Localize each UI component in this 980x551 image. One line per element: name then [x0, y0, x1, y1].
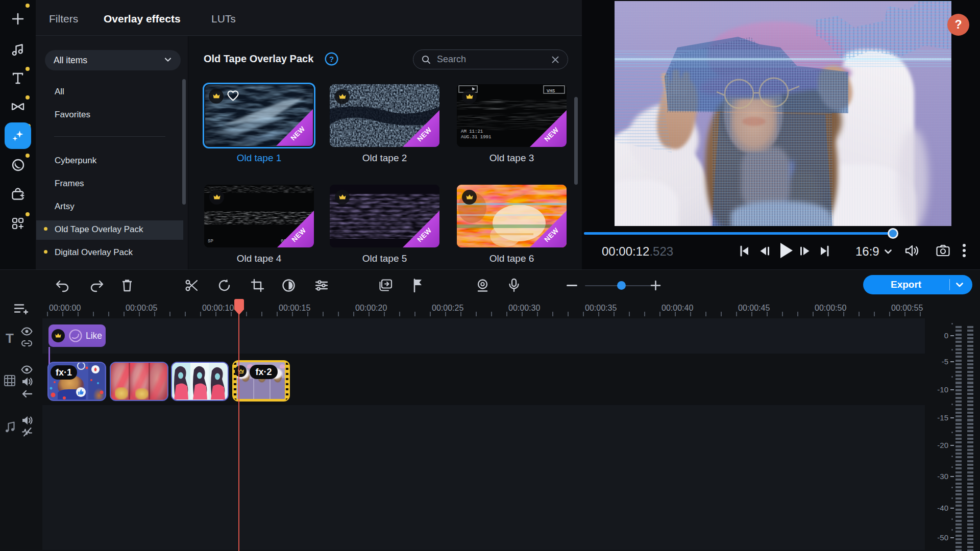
svg-text:AUG.31 1991: AUG.31 1991	[461, 135, 491, 140]
svg-text:AM 11:21: AM 11:21	[461, 129, 483, 134]
svg-text:?: ?	[329, 55, 334, 63]
svg-text:SP: SP	[208, 239, 213, 244]
svg-text:VHS: VHS	[547, 89, 555, 94]
